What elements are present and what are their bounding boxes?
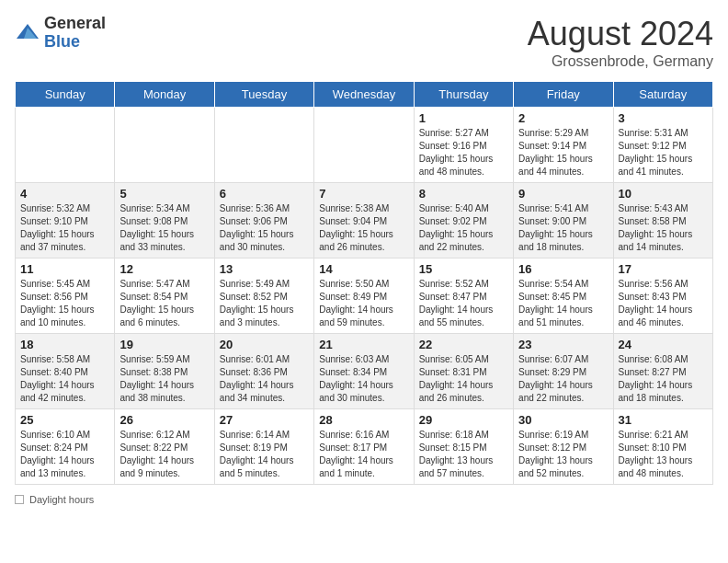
calendar-cell: 3Sunrise: 5:31 AM Sunset: 9:12 PM Daylig… [613, 108, 712, 183]
calendar-week-row: 1Sunrise: 5:27 AM Sunset: 9:16 PM Daylig… [16, 108, 713, 183]
day-info: Sunrise: 6:19 AM Sunset: 8:12 PM Dayligh… [518, 429, 608, 480]
calendar-cell: 11Sunrise: 5:45 AM Sunset: 8:56 PM Dayli… [16, 259, 115, 334]
day-number: 25 [20, 413, 109, 427]
calendar-cell [314, 108, 414, 183]
logo: General Blue [15, 15, 106, 52]
calendar-week-row: 18Sunrise: 5:58 AM Sunset: 8:40 PM Dayli… [16, 334, 713, 409]
calendar-cell: 28Sunrise: 6:16 AM Sunset: 8:17 PM Dayli… [314, 409, 414, 485]
location-subtitle: Grossenbrode, Germany [528, 53, 713, 70]
calendar-cell: 2Sunrise: 5:29 AM Sunset: 9:14 PM Daylig… [514, 108, 613, 183]
daylight-dot [15, 495, 24, 504]
day-info: Sunrise: 6:08 AM Sunset: 8:27 PM Dayligh… [619, 353, 708, 405]
day-number: 4 [20, 187, 109, 201]
calendar-day-header: Friday [514, 82, 613, 108]
logo-icon [15, 20, 40, 46]
calendar-cell [115, 108, 214, 183]
day-number: 23 [518, 338, 608, 351]
calendar-cell: 10Sunrise: 5:43 AM Sunset: 8:58 PM Dayli… [613, 183, 712, 259]
calendar-cell: 18Sunrise: 5:58 AM Sunset: 8:40 PM Dayli… [16, 334, 115, 409]
day-info: Sunrise: 5:58 AM Sunset: 8:40 PM Dayligh… [20, 353, 109, 405]
day-number: 9 [518, 187, 608, 201]
day-number: 8 [419, 187, 508, 201]
day-number: 20 [220, 338, 309, 351]
day-info: Sunrise: 5:49 AM Sunset: 8:52 PM Dayligh… [220, 278, 309, 329]
day-number: 21 [319, 338, 408, 351]
daylight-label: Daylight hours [29, 494, 94, 505]
day-info: Sunrise: 5:41 AM Sunset: 9:00 PM Dayligh… [518, 202, 608, 254]
calendar-cell: 25Sunrise: 6:10 AM Sunset: 8:24 PM Dayli… [16, 409, 115, 485]
calendar-cell: 20Sunrise: 6:01 AM Sunset: 8:36 PM Dayli… [214, 334, 313, 409]
calendar-cell: 5Sunrise: 5:34 AM Sunset: 9:08 PM Daylig… [115, 183, 214, 259]
title-section: August 2024 Grossenbrode, Germany [528, 15, 713, 70]
day-number: 30 [518, 413, 608, 427]
calendar-day-header: Wednesday [314, 82, 414, 108]
calendar-cell: 15Sunrise: 5:52 AM Sunset: 8:47 PM Dayli… [414, 259, 513, 334]
calendar-day-header: Saturday [613, 82, 712, 108]
calendar-week-row: 25Sunrise: 6:10 AM Sunset: 8:24 PM Dayli… [16, 409, 713, 485]
day-number: 14 [319, 262, 408, 276]
day-number: 28 [319, 413, 408, 427]
day-number: 22 [419, 338, 508, 351]
calendar-cell: 24Sunrise: 6:08 AM Sunset: 8:27 PM Dayli… [613, 334, 712, 409]
page-header: General Blue August 2024 Grossenbrode, G… [15, 15, 713, 70]
day-number: 10 [619, 187, 708, 201]
day-number: 15 [419, 262, 508, 276]
day-number: 19 [119, 338, 209, 351]
day-info: Sunrise: 5:36 AM Sunset: 9:06 PM Dayligh… [220, 202, 309, 254]
day-info: Sunrise: 5:31 AM Sunset: 9:12 PM Dayligh… [619, 127, 708, 178]
day-info: Sunrise: 5:40 AM Sunset: 9:02 PM Dayligh… [419, 202, 508, 254]
calendar-cell: 22Sunrise: 6:05 AM Sunset: 8:31 PM Dayli… [414, 334, 513, 409]
day-info: Sunrise: 5:56 AM Sunset: 8:43 PM Dayligh… [619, 278, 708, 329]
day-info: Sunrise: 6:21 AM Sunset: 8:10 PM Dayligh… [619, 429, 708, 480]
day-number: 17 [619, 262, 708, 276]
day-info: Sunrise: 5:32 AM Sunset: 9:10 PM Dayligh… [20, 202, 109, 254]
day-number: 16 [518, 262, 608, 276]
day-info: Sunrise: 5:43 AM Sunset: 8:58 PM Dayligh… [619, 202, 708, 254]
day-number: 11 [20, 262, 109, 276]
calendar-cell: 9Sunrise: 5:41 AM Sunset: 9:00 PM Daylig… [514, 183, 613, 259]
day-number: 27 [220, 413, 309, 427]
day-number: 3 [619, 111, 708, 125]
day-number: 5 [119, 187, 209, 201]
day-number: 12 [119, 262, 209, 276]
calendar-cell: 26Sunrise: 6:12 AM Sunset: 8:22 PM Dayli… [115, 409, 214, 485]
day-info: Sunrise: 5:54 AM Sunset: 8:45 PM Dayligh… [518, 278, 608, 329]
logo-blue-text: Blue [44, 32, 80, 51]
day-info: Sunrise: 5:59 AM Sunset: 8:38 PM Dayligh… [119, 353, 209, 405]
day-info: Sunrise: 6:14 AM Sunset: 8:19 PM Dayligh… [220, 429, 309, 480]
calendar-cell: 14Sunrise: 5:50 AM Sunset: 8:49 PM Dayli… [314, 259, 414, 334]
day-info: Sunrise: 6:10 AM Sunset: 8:24 PM Dayligh… [20, 429, 109, 480]
calendar-cell: 1Sunrise: 5:27 AM Sunset: 9:16 PM Daylig… [414, 108, 513, 183]
calendar-cell: 31Sunrise: 6:21 AM Sunset: 8:10 PM Dayli… [613, 409, 712, 485]
day-info: Sunrise: 6:18 AM Sunset: 8:15 PM Dayligh… [419, 429, 508, 480]
day-info: Sunrise: 5:45 AM Sunset: 8:56 PM Dayligh… [20, 278, 109, 329]
calendar-cell: 21Sunrise: 6:03 AM Sunset: 8:34 PM Dayli… [314, 334, 414, 409]
calendar-cell [16, 108, 115, 183]
day-number: 24 [619, 338, 708, 351]
calendar-cell: 23Sunrise: 6:07 AM Sunset: 8:29 PM Dayli… [514, 334, 613, 409]
day-number: 1 [419, 111, 508, 125]
calendar-cell: 27Sunrise: 6:14 AM Sunset: 8:19 PM Dayli… [214, 409, 313, 485]
calendar-day-header: Tuesday [214, 82, 313, 108]
day-info: Sunrise: 5:34 AM Sunset: 9:08 PM Dayligh… [119, 202, 209, 254]
calendar-cell: 13Sunrise: 5:49 AM Sunset: 8:52 PM Dayli… [214, 259, 313, 334]
calendar-cell: 4Sunrise: 5:32 AM Sunset: 9:10 PM Daylig… [16, 183, 115, 259]
day-info: Sunrise: 5:38 AM Sunset: 9:04 PM Dayligh… [319, 202, 408, 254]
calendar-cell: 6Sunrise: 5:36 AM Sunset: 9:06 PM Daylig… [214, 183, 313, 259]
calendar-cell: 19Sunrise: 5:59 AM Sunset: 8:38 PM Dayli… [115, 334, 214, 409]
calendar-day-header: Monday [115, 82, 214, 108]
day-info: Sunrise: 6:05 AM Sunset: 8:31 PM Dayligh… [419, 353, 508, 405]
day-info: Sunrise: 6:16 AM Sunset: 8:17 PM Dayligh… [319, 429, 408, 480]
calendar-cell: 7Sunrise: 5:38 AM Sunset: 9:04 PM Daylig… [314, 183, 414, 259]
calendar-cell: 12Sunrise: 5:47 AM Sunset: 8:54 PM Dayli… [115, 259, 214, 334]
day-number: 13 [220, 262, 309, 276]
day-number: 26 [119, 413, 209, 427]
day-info: Sunrise: 5:47 AM Sunset: 8:54 PM Dayligh… [119, 278, 209, 329]
calendar-cell: 29Sunrise: 6:18 AM Sunset: 8:15 PM Dayli… [414, 409, 513, 485]
day-info: Sunrise: 6:07 AM Sunset: 8:29 PM Dayligh… [518, 353, 608, 405]
calendar-day-header: Sunday [16, 82, 115, 108]
calendar-header-row: SundayMondayTuesdayWednesdayThursdayFrid… [16, 82, 713, 108]
calendar-cell: 8Sunrise: 5:40 AM Sunset: 9:02 PM Daylig… [414, 183, 513, 259]
day-info: Sunrise: 5:27 AM Sunset: 9:16 PM Dayligh… [419, 127, 508, 178]
day-info: Sunrise: 5:50 AM Sunset: 8:49 PM Dayligh… [319, 278, 408, 329]
